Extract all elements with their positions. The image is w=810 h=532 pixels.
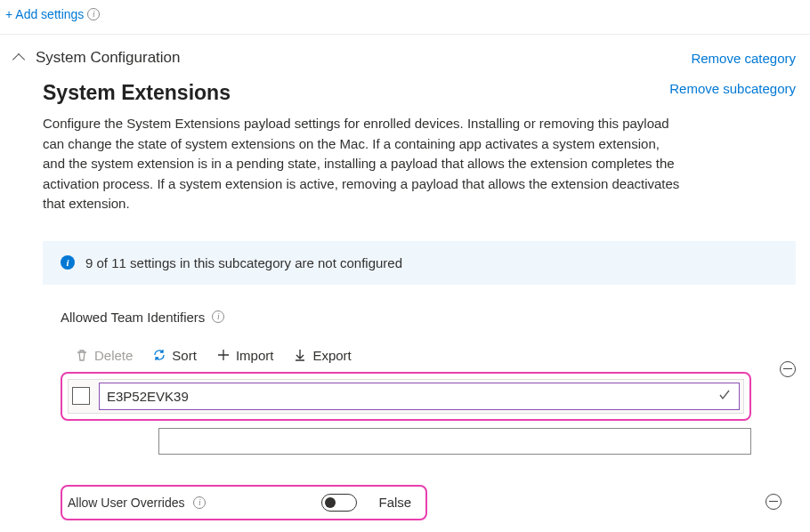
download-icon — [293, 348, 307, 362]
remove-subcategory-link[interactable]: Remove subcategory — [669, 81, 796, 96]
info-icon — [61, 255, 75, 270]
sort-button[interactable]: Sort — [152, 348, 197, 363]
trash-icon — [75, 348, 89, 362]
info-icon[interactable] — [212, 310, 224, 323]
add-settings-label: + Add settings — [5, 7, 84, 21]
subcategory-description: Configure the System Extensions payload … — [0, 105, 810, 214]
highlight-annotation: Allow User Overrides False — [61, 485, 427, 520]
export-button[interactable]: Export — [293, 348, 351, 363]
notice-text: 9 of 11 settings in this subcategory are… — [85, 255, 402, 270]
remove-setting-button[interactable] — [765, 494, 782, 510]
new-identifier-input[interactable] — [158, 428, 751, 455]
identifier-value: E3P52EVK39 — [107, 389, 189, 404]
setting-allowed-team-identifiers: Allowed Team Identifiers Delete Sort Imp… — [0, 285, 810, 455]
remove-category-link[interactable]: Remove category — [691, 51, 796, 66]
refresh-icon — [152, 348, 166, 362]
row-checkbox[interactable] — [72, 387, 90, 405]
chevron-up-icon[interactable] — [12, 53, 25, 66]
toggle-switch[interactable] — [321, 494, 357, 512]
plus-icon — [216, 348, 231, 362]
identifier-input[interactable]: E3P52EVK39 — [99, 383, 740, 410]
identifier-toolbar: Delete Sort Import Export — [61, 325, 796, 368]
check-icon — [717, 388, 732, 405]
setting-label: Allowed Team Identifiers — [61, 310, 224, 325]
identifier-row: E3P52EVK39 — [68, 379, 744, 414]
add-settings-button[interactable]: + Add settings — [5, 7, 100, 21]
delete-button[interactable]: Delete — [75, 348, 133, 363]
subcategory-title: System Extensions — [43, 81, 669, 105]
highlight-annotation: E3P52EVK39 — [61, 372, 751, 421]
subcategory-header: System Extensions Remove subcategory — [0, 67, 810, 105]
category-header: System Configuration Remove category — [0, 35, 810, 67]
category-title: System Configuration — [36, 49, 678, 67]
toggle-value-label: False — [378, 495, 411, 510]
info-icon[interactable] — [87, 8, 100, 20]
info-icon[interactable] — [193, 496, 206, 509]
remove-setting-button[interactable] — [780, 361, 796, 377]
setting-allow-user-overrides: Allow User Overrides False — [61, 485, 796, 520]
import-button[interactable]: Import — [216, 348, 274, 363]
config-notice: 9 of 11 settings in this subcategory are… — [43, 241, 796, 285]
setting-label: Allow User Overrides — [68, 496, 184, 510]
toggle-knob — [325, 497, 336, 508]
